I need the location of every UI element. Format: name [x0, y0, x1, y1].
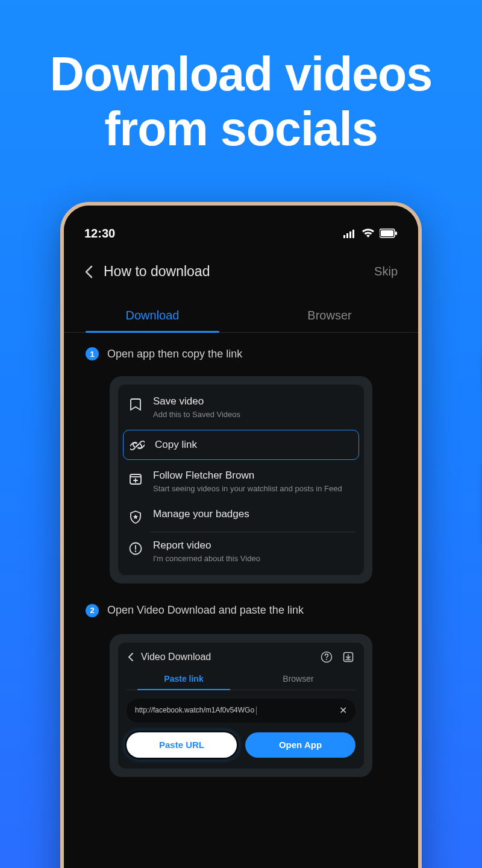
phone-frame: 12:30 How to download Skip	[60, 202, 422, 868]
help-icon[interactable]	[321, 651, 333, 663]
app-title: Video Download	[141, 652, 211, 662]
app-preview: Video Download Paste link Browser	[118, 643, 364, 769]
paste-url-button[interactable]: Paste URL	[127, 732, 237, 758]
menu-title: Copy link	[155, 439, 197, 451]
svg-rect-1	[346, 233, 348, 238]
phone-screen: 12:30 How to download Skip	[64, 206, 418, 868]
tab-download[interactable]: Download	[64, 300, 241, 332]
svg-rect-0	[343, 235, 345, 238]
svg-rect-6	[395, 231, 397, 235]
svg-rect-3	[352, 230, 354, 238]
menu-title: Follow Fletcher Brown	[153, 470, 342, 482]
menu-item-report[interactable]: Report video I'm concerned about this Vi…	[118, 532, 364, 571]
svg-rect-2	[349, 231, 351, 238]
app-tabs: Paste link Browser	[127, 669, 355, 690]
clear-icon[interactable]: ✕	[339, 705, 347, 716]
page-header: How to download Skip	[64, 243, 418, 280]
step-1: 1 Open app then copy the link	[64, 333, 418, 370]
button-row: Paste URL Open App	[127, 732, 355, 758]
back-icon[interactable]	[84, 265, 93, 278]
context-menu: Save video Add this to Saved Videos Copy…	[118, 385, 364, 575]
url-input[interactable]: http://facebook.watch/m1Af0v54WGo ✕	[127, 699, 355, 723]
page-title: How to download	[104, 263, 210, 280]
app-preview-card: Video Download Paste link Browser	[110, 634, 372, 777]
skip-button[interactable]: Skip	[374, 265, 398, 278]
step-1-text: Open app then copy the link	[107, 348, 242, 360]
add-box-icon	[128, 471, 143, 486]
menu-item-save[interactable]: Save video Add this to Saved Videos	[118, 388, 364, 427]
svg-point-10	[135, 550, 136, 552]
open-app-button[interactable]: Open App	[245, 732, 355, 758]
svg-rect-5	[381, 230, 393, 236]
signal-icon	[343, 228, 357, 238]
tab-browser[interactable]: Browser	[241, 300, 418, 332]
app-tab-browser[interactable]: Browser	[241, 669, 355, 690]
wifi-icon	[362, 228, 375, 238]
link-icon	[130, 438, 145, 453]
download-icon[interactable]	[342, 651, 354, 663]
menu-title: Save video	[153, 395, 240, 407]
menu-sub: I'm concerned about this Video	[153, 553, 260, 564]
url-value: http://facebook.watch/m1Af0v54WGo	[135, 706, 333, 715]
battery-icon	[380, 228, 398, 238]
context-menu-card: Save video Add this to Saved Videos Copy…	[110, 376, 372, 583]
status-bar: 12:30	[64, 206, 418, 243]
step-badge: 1	[86, 347, 99, 360]
menu-item-copy-link[interactable]: Copy link	[123, 430, 359, 460]
step-badge: 2	[86, 604, 99, 617]
status-icons	[343, 228, 398, 238]
back-icon[interactable]	[128, 652, 134, 662]
menu-item-badges[interactable]: Manage your badges	[118, 501, 364, 532]
tabs: Download Browser	[64, 300, 418, 333]
hero-line1: Download videos	[50, 47, 433, 101]
menu-sub: Start seeing videos in your watchlist an…	[153, 483, 342, 494]
header-left: How to download	[84, 263, 210, 280]
status-time: 12:30	[84, 227, 115, 241]
step-2-text: Open Video Download and paste the link	[107, 604, 304, 617]
menu-title: Manage your badges	[153, 508, 249, 520]
svg-point-12	[326, 659, 327, 660]
app-tab-paste[interactable]: Paste link	[127, 669, 241, 690]
bookmark-icon	[128, 397, 143, 412]
app-header: Video Download	[127, 649, 355, 669]
shield-star-icon	[128, 509, 143, 525]
hero-title: Download videos from socials	[0, 0, 482, 157]
hero-line2: from socials	[104, 102, 377, 156]
menu-sub: Add this to Saved Videos	[153, 409, 240, 420]
menu-title: Report video	[153, 539, 260, 552]
step-2: 2 Open Video Download and paste the link	[64, 583, 418, 627]
menu-item-follow[interactable]: Follow Fletcher Brown Start seeing video…	[118, 462, 364, 502]
alert-circle-icon	[128, 541, 143, 556]
